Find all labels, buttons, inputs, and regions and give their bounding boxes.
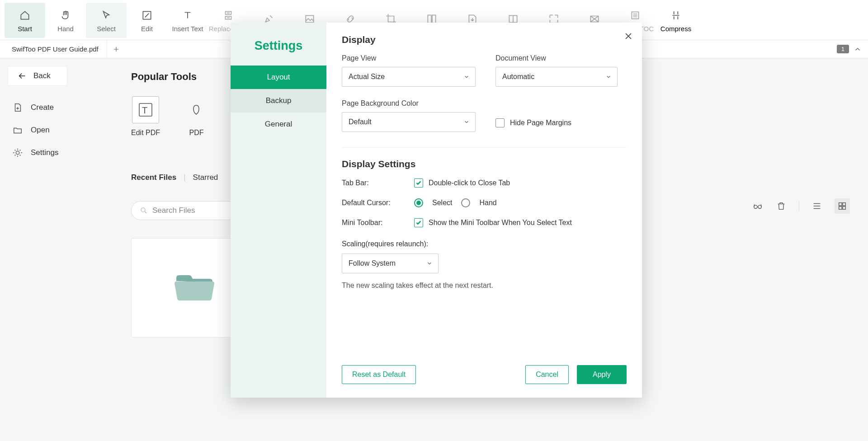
tool-label: Select (97, 25, 116, 33)
tool-start[interactable]: Start (5, 3, 45, 38)
search-icon (140, 206, 148, 215)
mini-toolbar-checkbox[interactable] (414, 218, 423, 227)
select-value: Automatic (502, 73, 534, 81)
pdf-icon (183, 96, 210, 123)
svg-point-2 (141, 208, 145, 212)
home-icon (18, 9, 32, 22)
search-placeholder: Search Files (152, 206, 195, 215)
arrow-left-icon (17, 71, 27, 81)
dbl-click-label: Double-click to Close Tab (429, 179, 510, 187)
doc-view-select[interactable]: Automatic (495, 67, 618, 87)
tool-insert-text[interactable]: Insert Text (167, 3, 208, 38)
select-value: Default (349, 118, 372, 126)
replace-icon (222, 9, 235, 22)
new-tab-button[interactable] (107, 40, 125, 58)
page-indicator: 1 (837, 45, 849, 53)
hand-icon (59, 9, 72, 22)
cursor-select-label: Select (432, 199, 452, 207)
hide-margins-checkbox[interactable] (495, 118, 505, 127)
text-t-icon (181, 9, 194, 22)
sidebar-item-settings[interactable]: Settings (0, 141, 113, 164)
tool-label: Insert Text (172, 25, 203, 33)
select-value: Actual Size (349, 73, 385, 81)
caret-down-icon (427, 261, 432, 266)
tab-title: SwifToo PDF User Guide.pdf (12, 45, 99, 53)
dbl-click-close-checkbox[interactable] (414, 178, 423, 188)
cursor-hand-label: Hand (479, 199, 496, 207)
settings-title: Settings (231, 23, 326, 66)
document-tab[interactable]: SwifToo PDF User Guide.pdf (4, 40, 107, 58)
mini-toolbar-opt-label: Show the Mini Toolbar When You Select Te… (429, 219, 572, 227)
bg-color-select[interactable]: Default (342, 112, 476, 132)
nav-backup[interactable]: Backup (231, 89, 326, 113)
svg-text:T: T (142, 105, 147, 115)
tool-label: Hand (57, 25, 74, 33)
settings-dialog: Settings Layout Backup General Display P… (231, 23, 642, 398)
settings-body: Display Page View Actual Size Document V… (326, 23, 642, 398)
divider (342, 147, 627, 148)
starred-tab[interactable]: Starred (193, 173, 218, 182)
separator (799, 201, 799, 211)
glasses-icon[interactable] (752, 200, 764, 212)
caret-down-icon (464, 120, 469, 124)
edit-box-icon (140, 9, 154, 22)
grid-view-icon[interactable] (835, 198, 850, 214)
scaling-label: Scaling(requires relaunch): (342, 240, 627, 248)
doc-view-label: Document View (495, 54, 618, 62)
close-icon[interactable] (625, 33, 632, 40)
gear-icon (13, 148, 23, 158)
scaling-hint: The new scaling takes effect at the next… (342, 281, 627, 290)
separator: | (184, 173, 185, 182)
nav-general[interactable]: General (231, 113, 326, 136)
tool-label: Start (18, 25, 32, 33)
trash-icon[interactable] (775, 200, 787, 212)
tool-label: Edit PDF (131, 129, 160, 137)
reset-default-button[interactable]: Reset as Default (342, 365, 416, 384)
file-plus-icon (13, 103, 23, 113)
cursor-icon (99, 9, 113, 22)
hide-margins-label: Hide Page Margins (510, 119, 571, 127)
scaling-select[interactable]: Follow System (342, 253, 439, 273)
popular-tool-edit-pdf[interactable]: T Edit PDF (131, 96, 160, 137)
compress-icon (669, 9, 683, 22)
tool-hand[interactable]: Hand (45, 3, 86, 38)
page-view-label: Page View (342, 54, 476, 62)
sidebar-item-open[interactable]: Open (0, 119, 113, 141)
caret-down-icon (464, 75, 469, 79)
sidebar-label: Create (31, 103, 54, 112)
back-button[interactable]: Back (8, 66, 67, 85)
cursor-hand-radio[interactable] (461, 198, 470, 207)
folder-icon (172, 270, 217, 306)
tool-label: PDF (189, 129, 203, 137)
sidebar-item-create[interactable]: Create (0, 96, 113, 119)
apply-button[interactable]: Apply (577, 365, 627, 384)
page-view-select[interactable]: Actual Size (342, 67, 476, 87)
view-controls (752, 198, 850, 214)
chevron-up-icon[interactable] (854, 45, 862, 53)
tab-bar-label: Tab Bar: (342, 179, 414, 187)
list-view-icon[interactable] (811, 200, 823, 212)
cursor-select-radio[interactable] (414, 198, 423, 207)
recent-files-tab[interactable]: Recent Files (131, 173, 176, 182)
tool-label: Compress (660, 25, 691, 33)
cursor-label: Default Cursor: (342, 199, 414, 207)
sidebar-label: Settings (31, 148, 58, 157)
tool-select[interactable]: Select (86, 3, 127, 38)
tool-edit[interactable]: Edit (127, 3, 167, 38)
tool-compress[interactable]: Compress (656, 3, 696, 38)
cancel-button[interactable]: Cancel (525, 365, 569, 384)
bg-color-label: Page Background Color (342, 99, 476, 108)
display-heading: Display (342, 34, 627, 45)
select-value: Follow System (349, 259, 396, 267)
settings-footer: Reset as Default Cancel Apply (342, 354, 627, 398)
sidebar-label: Open (31, 126, 50, 135)
svg-rect-6 (843, 203, 845, 206)
toc-icon (628, 9, 642, 22)
popular-tool-pdf[interactable]: PDF (183, 96, 210, 137)
svg-rect-5 (839, 203, 842, 206)
tab-right-controls: 1 (837, 45, 862, 53)
display-settings-heading: Display Settings (342, 159, 627, 169)
svg-rect-8 (843, 206, 845, 209)
nav-layout[interactable]: Layout (231, 66, 326, 89)
back-label: Back (33, 71, 51, 80)
